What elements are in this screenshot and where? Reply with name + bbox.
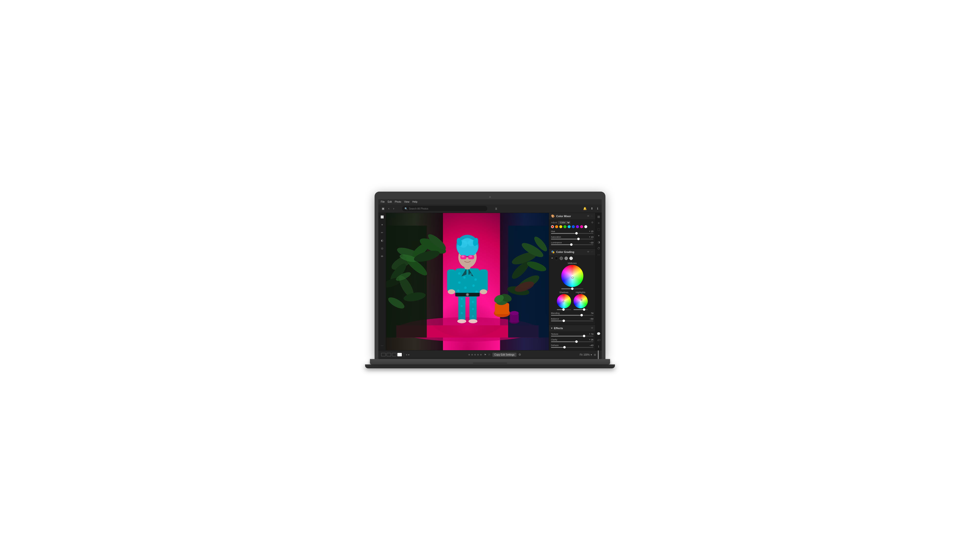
- filter-icon[interactable]: ⧖: [494, 207, 498, 211]
- compare-view-btn[interactable]: [392, 353, 396, 356]
- reject-icon[interactable]: ⚐: [488, 353, 491, 356]
- cg-midtones-btn[interactable]: [559, 257, 563, 260]
- color-mixer-eye[interactable]: 👁: [587, 215, 589, 217]
- panel-toggle-btn[interactable]: ▣: [381, 207, 385, 211]
- color-dot-green[interactable]: [564, 225, 566, 228]
- cg-highlights-btn[interactable]: [564, 257, 568, 260]
- search-icon: 🔍: [404, 207, 408, 210]
- color-dot-magenta[interactable]: [580, 225, 583, 228]
- crop-right-icon[interactable]: ⬚: [597, 228, 600, 231]
- highlights-col: Highlights: [574, 291, 588, 310]
- gradient-tool[interactable]: ◐: [379, 238, 385, 243]
- heal-tool[interactable]: ✦: [379, 222, 385, 228]
- menu-edit[interactable]: Edit: [388, 200, 392, 203]
- color-dot-yellow[interactable]: [559, 225, 562, 228]
- star-1[interactable]: ★: [468, 353, 471, 356]
- color-dot-blue[interactable]: [572, 225, 575, 228]
- dehaze-label: Dehaze: [551, 344, 559, 347]
- adjust-dropdown[interactable]: Color: [558, 221, 571, 224]
- color-mixer-more[interactable]: ⋯: [591, 215, 593, 217]
- shadows-dot[interactable]: [563, 301, 564, 302]
- color-mixer-body: Adjust Color ⚙: [549, 219, 596, 248]
- redeye-tool[interactable]: 👁: [379, 254, 385, 259]
- color-dot-purple[interactable]: [576, 225, 579, 228]
- comments-icon[interactable]: 💬: [597, 332, 601, 335]
- midtones-brightness-track[interactable]: [561, 288, 583, 289]
- flag-icon[interactable]: ⚑: [484, 353, 486, 356]
- cg-linked-icon[interactable]: ⚭: [551, 257, 553, 260]
- bell-icon[interactable]: 🔔: [582, 207, 588, 211]
- color-dot-red[interactable]: [551, 225, 554, 228]
- share-icon[interactable]: ⬆: [590, 207, 594, 211]
- search-input[interactable]: [409, 207, 485, 210]
- radial-tool[interactable]: ◎: [379, 246, 385, 251]
- laptop-outer: File Edit Photo View Help ▣ ‹ › 🔍 ⧖ 🔔 ⬆: [370, 192, 610, 368]
- tags-icon[interactable]: 🏷: [597, 338, 600, 342]
- saturation-track[interactable]: [551, 239, 593, 240]
- blending-track[interactable]: [551, 315, 593, 316]
- midtones-dot[interactable]: [572, 277, 574, 278]
- texture-track[interactable]: [551, 336, 593, 337]
- heal-right-icon[interactable]: ✦: [597, 234, 600, 237]
- info-icon[interactable]: ℹ: [596, 207, 599, 211]
- highlights-brightness-track[interactable]: [574, 309, 588, 310]
- color-grading-more[interactable]: ⋯: [591, 250, 593, 253]
- histogram-icon[interactable]: ▦: [597, 215, 600, 218]
- balance-track[interactable]: [551, 320, 593, 321]
- texture-value: + 74: [589, 333, 593, 335]
- back-btn[interactable]: ‹: [387, 207, 390, 211]
- color-grading-eye[interactable]: 👁: [587, 250, 589, 253]
- grid-bottom-icon[interactable]: ⊞: [594, 353, 596, 356]
- more-right-icon[interactable]: ⋯: [597, 253, 600, 257]
- brush-tool[interactable]: ✏: [379, 230, 385, 235]
- menu-photo[interactable]: Photo: [395, 200, 401, 203]
- mask-icon[interactable]: ◑: [597, 240, 600, 244]
- clarity-track[interactable]: [551, 342, 593, 342]
- color-dot-orange[interactable]: [555, 225, 558, 228]
- luminance-track[interactable]: [551, 244, 593, 245]
- color-dot-cyan[interactable]: [568, 225, 571, 228]
- copy-edit-settings-btn[interactable]: Copy Edit Settings: [492, 353, 516, 357]
- svg-rect-52: [479, 269, 488, 292]
- grid-view-btn[interactable]: [381, 353, 386, 356]
- menu-help[interactable]: Help: [412, 200, 418, 203]
- forward-btn[interactable]: ›: [392, 207, 395, 211]
- crop-tool[interactable]: ⬜: [379, 215, 385, 220]
- svg-point-39: [458, 272, 461, 275]
- compare-tool[interactable]: ⋯: [379, 343, 385, 349]
- hue-track[interactable]: [551, 233, 593, 234]
- square-view-btn[interactable]: [387, 353, 391, 356]
- cg-shadows-btn[interactable]: [555, 257, 558, 260]
- effects-eye[interactable]: 👁: [591, 327, 593, 329]
- highlights-wheel[interactable]: [574, 294, 588, 308]
- star-2[interactable]: ★: [471, 353, 473, 356]
- shadows-brightness-track[interactable]: [557, 309, 571, 310]
- menu-view[interactable]: View: [404, 200, 409, 203]
- color-grading-header: 🎭 Color Grading 👁 ⋯: [549, 249, 596, 255]
- sort-icon[interactable]: ≡ ▾: [406, 353, 409, 356]
- svg-point-43: [458, 282, 461, 284]
- zoom-dropdown-icon[interactable]: ▾: [591, 353, 592, 356]
- history-icon[interactable]: ⏱: [597, 247, 600, 250]
- color-dot-white[interactable]: [584, 225, 587, 228]
- highlights-dot[interactable]: [581, 299, 582, 301]
- sliders-icon[interactable]: ≡: [598, 221, 599, 225]
- shadows-wheel[interactable]: [557, 294, 571, 308]
- menu-file[interactable]: File: [381, 200, 384, 203]
- star-4[interactable]: ★: [477, 353, 479, 356]
- resize-handle[interactable]: [598, 350, 599, 359]
- star-5[interactable]: ★: [480, 353, 482, 356]
- copy-settings-gear[interactable]: ⚙: [518, 353, 521, 356]
- star-3[interactable]: ★: [474, 353, 476, 356]
- midtones-wheel[interactable]: [561, 265, 583, 287]
- divider-1: [404, 353, 404, 357]
- mixer-settings-icon[interactable]: ⚙: [591, 221, 593, 224]
- detail-view-btn[interactable]: [398, 353, 402, 356]
- cg-all-btn[interactable]: [569, 257, 573, 260]
- saturation-slider-row: Saturation + 13: [551, 236, 593, 240]
- color-grading-section: 🎭 Color Grading 👁 ⋯ ⚭: [549, 249, 596, 325]
- cg-icons-row: ⚭: [551, 257, 593, 260]
- dehaze-track[interactable]: [551, 347, 593, 348]
- shadow-highlight-row: Shadows: [557, 291, 588, 310]
- info-right-icon[interactable]: ℹ: [598, 345, 599, 348]
